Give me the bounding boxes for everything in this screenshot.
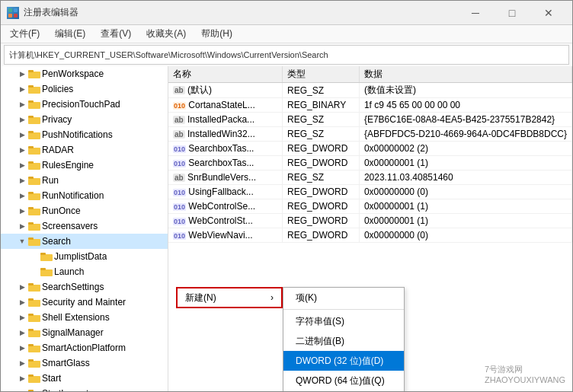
tree-item[interactable]: ▶ Security and Mainter xyxy=(1,295,168,310)
collapsed-icon: ▶ xyxy=(16,281,28,293)
tree-item[interactable]: ▶ Run xyxy=(1,173,168,188)
collapsed-icon: ▶ xyxy=(16,311,28,323)
menu-item[interactable]: 帮助(H) xyxy=(195,27,238,42)
svg-rect-7 xyxy=(28,85,34,88)
tree-item-label: SearchSettings xyxy=(42,282,104,292)
reg-name-cell: 010 WebControlSe... xyxy=(168,199,283,214)
reg-type-cell: REG_DWORD xyxy=(283,156,360,171)
tree-item[interactable]: ▶ PrecisionTouchPad xyxy=(1,97,168,112)
reg-name-cell: 010 UsingFallback... xyxy=(168,185,283,199)
reg-data-cell: 0x00000000 (0) xyxy=(359,185,571,199)
folder-icon xyxy=(28,99,40,110)
app-icon xyxy=(7,7,19,19)
svg-rect-0 xyxy=(8,8,12,12)
menu-item[interactable]: 文件(F) xyxy=(4,27,46,42)
svg-rect-2 xyxy=(8,14,12,18)
tree-item[interactable]: ▶ Policies xyxy=(1,81,168,97)
tree-item-label: RulesEngine xyxy=(42,160,94,171)
menu-item[interactable]: 编辑(E) xyxy=(49,27,91,42)
tree-item[interactable]: ▶ Privacy xyxy=(1,112,168,127)
submenu-arrow: › xyxy=(270,292,274,303)
table-row[interactable]: ab (默认)REG_SZ(数值未设置) xyxy=(168,83,572,98)
tree-item[interactable]: ▶ Shell Extensions xyxy=(1,310,168,325)
minimize-button[interactable]: ─ xyxy=(458,2,493,24)
svg-rect-3 xyxy=(14,14,18,18)
tree-item[interactable]: ▶ Start xyxy=(1,371,168,386)
tree-item-label: SmartActionPlatform xyxy=(42,343,126,353)
maximize-button[interactable]: □ xyxy=(495,2,530,24)
tree-item-label: Start xyxy=(42,373,61,384)
reg-type-cell: REG_DWORD xyxy=(283,142,360,156)
reg-type-cell: REG_DWORD xyxy=(283,199,360,214)
tree-item-label: Search xyxy=(42,236,71,247)
breadcrumb[interactable]: 计算机\HKEY_CURRENT_USER\Software\Microsoft… xyxy=(4,45,569,65)
reg-name-cell: ab (默认) xyxy=(168,83,283,98)
submenu-item[interactable]: 项(K) xyxy=(283,288,404,308)
reg-name-cell: 010 WebControlSt... xyxy=(168,214,283,228)
tree-item[interactable]: ▶ SearchSettings xyxy=(1,279,168,295)
submenu-item[interactable]: 二进制值(B) xyxy=(283,331,404,351)
folder-icon xyxy=(28,175,40,186)
svg-rect-38 xyxy=(28,330,40,337)
tree-item[interactable]: ▶ StartLayout xyxy=(1,386,168,391)
tree-item[interactable]: ▶ PenWorkspace xyxy=(1,66,168,81)
tree-item[interactable]: ▶ PushNotifications xyxy=(1,127,168,142)
svg-rect-42 xyxy=(28,361,40,368)
new-label: 新建(N) xyxy=(185,292,216,304)
right-panel: 名称 类型 数据 ab (默认)REG_SZ(数值未设置)010 Cortana… xyxy=(168,66,572,391)
tree-item[interactable]: ▶ RADAR xyxy=(1,142,168,158)
submenu-item[interactable]: DWORD (32 位)值(D) xyxy=(283,351,404,371)
tree-item-label: JumplistData xyxy=(54,251,107,262)
tree-item[interactable]: ▶ SmartActionPlatform xyxy=(1,340,168,355)
table-row[interactable]: 010 UsingFallback...REG_DWORD0x00000000 … xyxy=(168,185,572,199)
table-row[interactable]: ab SnrBundleVers...REG_SZ2023.11.03.4085… xyxy=(168,171,572,185)
reg-bin-icon: 010 xyxy=(173,102,186,110)
svg-rect-40 xyxy=(28,346,40,352)
table-row[interactable]: 010 WebControlSt...REG_DWORD0x00000001 (… xyxy=(168,214,572,228)
table-row[interactable]: 010 SearchboxTas...REG_DWORD0x00000002 (… xyxy=(168,142,572,156)
submenu-item[interactable]: 字符串值(S) xyxy=(283,311,404,331)
svg-rect-43 xyxy=(28,359,34,362)
folder-icon xyxy=(28,145,40,155)
collapsed-icon xyxy=(28,266,40,278)
reg-data-cell: 0x00000001 (1) xyxy=(359,214,571,228)
svg-rect-35 xyxy=(28,298,34,301)
submenu-item[interactable]: 多字符串值(M) xyxy=(283,390,404,391)
reg-data-cell: 0x00000002 (2) xyxy=(359,142,571,156)
tree-item[interactable]: ▶ RunNotification xyxy=(1,188,168,203)
tree-item[interactable]: ▶ RulesEngine xyxy=(1,158,168,173)
tree-item[interactable]: Launch xyxy=(1,264,168,279)
table-row[interactable]: 010 SearchboxTas...REG_DWORD0x00000001 (… xyxy=(168,156,572,171)
table-row[interactable]: ab InstalledPacka...REG_SZ{E7B6C16E-08A8… xyxy=(168,113,572,127)
reg-data-cell: {E7B6C16E-08A8-4EA5-B425-2375517B2842} xyxy=(359,113,571,127)
new-submenu-trigger[interactable]: 新建(N) › xyxy=(176,287,283,308)
tree-item[interactable]: ▶ SignalManager xyxy=(1,325,168,340)
table-row[interactable]: 010 WebViewNavi...REG_DWORD0x00000000 (0… xyxy=(168,228,572,243)
tree-item[interactable]: ▼ Search xyxy=(1,234,168,249)
table-row[interactable]: 010 WebControlSe...REG_DWORD0x00000001 (… xyxy=(168,199,572,214)
tree-item[interactable]: JumplistData xyxy=(1,249,168,264)
tree-item[interactable]: ▶ SmartGlass xyxy=(1,355,168,371)
collapsed-icon: ▶ xyxy=(16,296,28,308)
registry-editor-window: 注册表编辑器 ─ □ ✕ 文件(F)编辑(E)查看(V)收藏夹(A)帮助(H) … xyxy=(0,0,573,392)
tree-item[interactable]: ▶ Screensavers xyxy=(1,218,168,234)
table-row[interactable]: ab InstalledWin32...REG_SZ{ABFDFDC5-D210… xyxy=(168,127,572,142)
menu-item[interactable]: 查看(V) xyxy=(94,27,137,42)
reg-type-cell: REG_DWORD xyxy=(283,214,360,228)
submenu-divider xyxy=(283,309,404,310)
reg-sz-icon: ab xyxy=(173,116,185,124)
table-row[interactable]: 010 CortanaStateL...REG_BINARY1f c9 45 6… xyxy=(168,98,572,113)
folder-icon xyxy=(28,160,40,171)
reg-name-cell: ab SnrBundleVers... xyxy=(168,171,283,185)
tree-item-label: Policies xyxy=(42,84,73,94)
folder-icon xyxy=(28,282,40,292)
submenu-item[interactable]: QWORD (64 位)值(Q) xyxy=(283,371,404,390)
tree-item[interactable]: ▶ RunOnce xyxy=(1,203,168,218)
close-button[interactable]: ✕ xyxy=(531,2,566,24)
menu-item[interactable]: 收藏夹(A) xyxy=(140,27,192,42)
reg-dword-icon: 010 xyxy=(173,160,186,167)
svg-rect-27 xyxy=(28,237,34,240)
tree-item-label: PushNotifications xyxy=(42,129,113,140)
reg-sz-icon: ab xyxy=(173,86,185,94)
collapsed-icon: ▶ xyxy=(16,174,28,186)
